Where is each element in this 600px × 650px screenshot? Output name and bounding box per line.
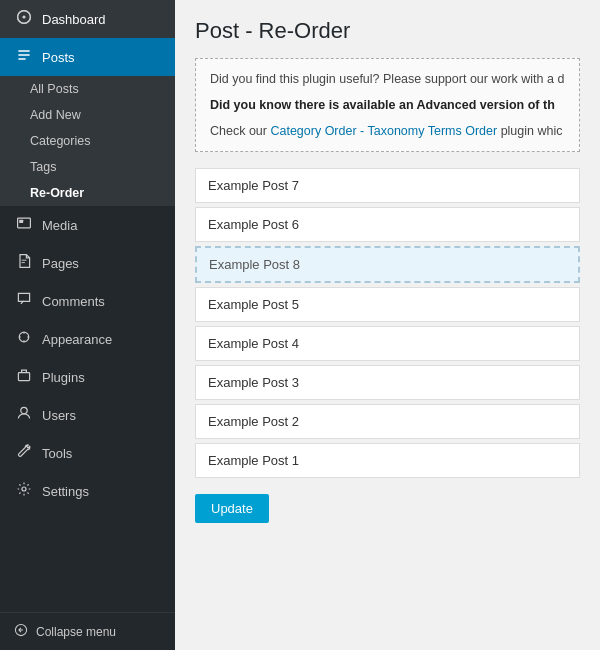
sidebar-sub-reorder[interactable]: Re-Order <box>0 180 175 206</box>
sidebar-item-pages-label: Pages <box>42 256 79 271</box>
posts-icon <box>14 47 34 67</box>
post-item-3-label: Example Post 3 <box>208 375 299 390</box>
sidebar-sub-tags[interactable]: Tags <box>0 154 175 180</box>
info-line1: Did you find this plugin useful? Please … <box>210 69 565 89</box>
pages-icon <box>14 253 34 273</box>
collapse-menu-label: Collapse menu <box>36 625 116 639</box>
post-item-5-label: Example Post 5 <box>208 297 299 312</box>
sidebar-item-plugins[interactable]: Plugins <box>0 358 175 396</box>
post-item-1-label: Example Post 1 <box>208 453 299 468</box>
info-box: Did you find this plugin useful? Please … <box>195 58 580 152</box>
sidebar-item-media[interactable]: Media <box>0 206 175 244</box>
dashboard-icon <box>14 9 34 29</box>
post-item-7[interactable]: Example Post 7 <box>195 168 580 203</box>
users-icon <box>14 405 34 425</box>
svg-rect-2 <box>18 218 31 228</box>
svg-point-6 <box>21 407 27 413</box>
sidebar-item-users-label: Users <box>42 408 76 423</box>
taxonomy-link[interactable]: Category Order - Taxonomy Terms Order <box>270 124 497 138</box>
sidebar: Dashboard Posts All Posts Add New Catego… <box>0 0 175 650</box>
collapse-icon <box>14 623 28 640</box>
posts-subnav: All Posts Add New Categories Tags Re-Ord… <box>0 76 175 206</box>
post-item-4[interactable]: Example Post 4 <box>195 326 580 361</box>
post-item-5[interactable]: Example Post 5 <box>195 287 580 322</box>
svg-point-7 <box>22 487 26 491</box>
post-item-3[interactable]: Example Post 3 <box>195 365 580 400</box>
sidebar-item-comments-label: Comments <box>42 294 105 309</box>
svg-rect-3 <box>19 220 23 223</box>
post-item-6[interactable]: Example Post 6 <box>195 207 580 242</box>
svg-point-1 <box>22 15 25 18</box>
info-line2-wrapper: Check our Category Order - Taxonomy Term… <box>210 121 565 141</box>
sidebar-item-appearance[interactable]: Appearance <box>0 320 175 358</box>
info-link-suffix: plugin whic <box>497 124 562 138</box>
page-title: Post - Re-Order <box>195 18 580 44</box>
sidebar-sub-add-new[interactable]: Add New <box>0 102 175 128</box>
tools-icon <box>14 443 34 463</box>
collapse-menu-button[interactable]: Collapse menu <box>0 612 175 650</box>
sidebar-item-dashboard[interactable]: Dashboard <box>0 0 175 38</box>
comments-icon <box>14 291 34 311</box>
sidebar-item-posts-label: Posts <box>42 50 75 65</box>
sidebar-item-comments[interactable]: Comments <box>0 282 175 320</box>
post-item-7-label: Example Post 7 <box>208 178 299 193</box>
sidebar-item-tools-label: Tools <box>42 446 72 461</box>
post-item-8-label: Example Post 8 <box>209 257 300 272</box>
media-icon <box>14 215 34 235</box>
sidebar-item-pages[interactable]: Pages <box>0 244 175 282</box>
update-button[interactable]: Update <box>195 494 269 523</box>
sidebar-item-appearance-label: Appearance <box>42 332 112 347</box>
plugins-icon <box>14 367 34 387</box>
post-item-6-label: Example Post 6 <box>208 217 299 232</box>
info-line2-text: Check our <box>210 124 270 138</box>
post-item-2[interactable]: Example Post 2 <box>195 404 580 439</box>
settings-icon <box>14 481 34 501</box>
sidebar-item-dashboard-label: Dashboard <box>42 12 106 27</box>
sidebar-item-media-label: Media <box>42 218 77 233</box>
sidebar-item-plugins-label: Plugins <box>42 370 85 385</box>
post-item-1[interactable]: Example Post 1 <box>195 443 580 478</box>
post-item-4-label: Example Post 4 <box>208 336 299 351</box>
sidebar-sub-all-posts[interactable]: All Posts <box>0 76 175 102</box>
sidebar-item-settings[interactable]: Settings <box>0 472 175 510</box>
post-list: Example Post 7 Example Post 6 Example Po… <box>195 168 580 478</box>
post-item-8-placeholder[interactable]: Example Post 8 <box>195 246 580 283</box>
appearance-icon <box>14 329 34 349</box>
svg-rect-5 <box>18 373 29 381</box>
sidebar-sub-categories[interactable]: Categories <box>0 128 175 154</box>
sidebar-item-tools[interactable]: Tools <box>0 434 175 472</box>
sidebar-item-settings-label: Settings <box>42 484 89 499</box>
post-item-2-label: Example Post 2 <box>208 414 299 429</box>
info-bold: Did you know there is available an Advan… <box>210 98 555 112</box>
main-content: Post - Re-Order Did you find this plugin… <box>175 0 600 650</box>
sidebar-item-posts[interactable]: Posts <box>0 38 175 76</box>
sidebar-item-users[interactable]: Users <box>0 396 175 434</box>
